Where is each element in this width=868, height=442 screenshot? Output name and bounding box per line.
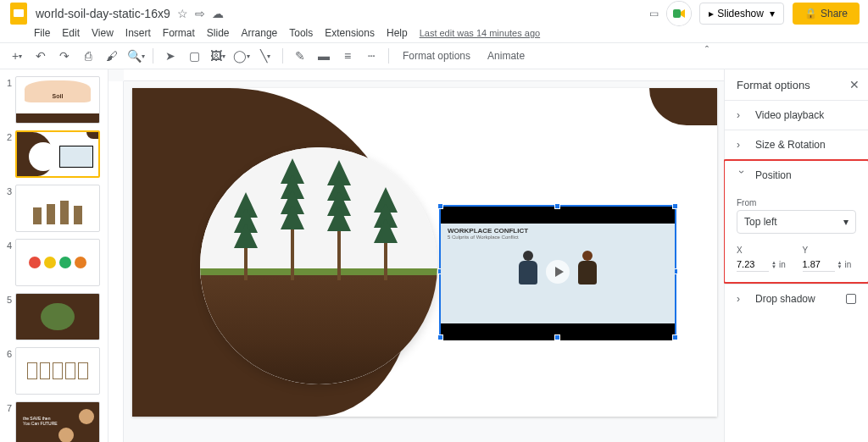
- undo-button[interactable]: ↶: [31, 46, 51, 66]
- slides-logo[interactable]: [8, 3, 29, 24]
- y-stepper[interactable]: ▲▼: [837, 261, 843, 269]
- image-tool[interactable]: 🖼▾: [208, 46, 228, 66]
- share-button[interactable]: 🔒 Share: [793, 3, 860, 25]
- chevron-right-icon: ›: [737, 109, 747, 121]
- zoom-button[interactable]: 🔍▾: [125, 46, 146, 66]
- ruler-vertical[interactable]: [108, 81, 124, 442]
- svg-rect-2: [673, 9, 681, 18]
- x-stepper[interactable]: ▲▼: [771, 261, 776, 269]
- chevron-right-icon: ›: [737, 293, 747, 305]
- select-tool[interactable]: ➤: [160, 46, 181, 66]
- from-dropdown[interactable]: Top left▾: [737, 210, 856, 234]
- redo-button[interactable]: ↷: [54, 46, 75, 66]
- crop-button[interactable]: ✎: [290, 46, 310, 66]
- position-section[interactable]: › Position: [725, 161, 868, 190]
- menu-file[interactable]: File: [34, 27, 50, 39]
- toolbar: +▾ ↶ ↷ ⎙ 🖌 🔍▾ ➤ ▢ 🖼▾ ◯▾ ╲▾ ✎ ▬ ≡ ┄ Forma…: [0, 42, 868, 69]
- thumb-number: 2: [3, 130, 12, 178]
- video-title: WORKPLACE CONFLICT: [441, 224, 528, 235]
- person-graphic: [511, 251, 545, 293]
- position-highlight: › Position From Top left▾ X ▲▼ in: [723, 159, 868, 284]
- slide-thumb-1[interactable]: Soil: [15, 76, 100, 124]
- y-input[interactable]: [803, 257, 835, 272]
- close-icon[interactable]: ✕: [849, 78, 860, 91]
- doc-title[interactable]: world-soil-day-static-16x9: [36, 7, 170, 20]
- border-color-button[interactable]: ▬: [314, 46, 334, 66]
- menu-slide[interactable]: Slide: [207, 27, 230, 39]
- panel-title: Format options: [737, 79, 810, 91]
- format-options-panel: Format options ✕ › Video playback › Size…: [724, 69, 868, 442]
- video-playback-section[interactable]: › Video playback: [725, 100, 868, 130]
- last-edit[interactable]: Last edit was 14 minutes ago: [420, 28, 540, 38]
- slide-thumb-7[interactable]: the SAVE thenYou Can FUTURE: [15, 401, 100, 442]
- y-label: Y: [803, 246, 857, 255]
- drop-shadow-section[interactable]: › Drop shadow: [725, 284, 868, 313]
- cloud-icon[interactable]: ☁: [212, 7, 224, 20]
- ruler-horizontal[interactable]: [124, 69, 724, 81]
- textbox-tool[interactable]: ▢: [184, 46, 204, 66]
- chevron-right-icon: ›: [737, 139, 747, 151]
- slide-canvas[interactable]: WORKPLACE CONFLICT 5 Culprits of Workpla…: [132, 88, 717, 417]
- menu-help[interactable]: Help: [387, 27, 408, 39]
- menu-insert[interactable]: Insert: [125, 27, 151, 39]
- person-graphic: [570, 251, 604, 293]
- thumb-number: 6: [3, 347, 12, 395]
- drop-shadow-checkbox[interactable]: [846, 294, 856, 304]
- thumb-number: 5: [3, 293, 12, 340]
- x-input[interactable]: [737, 257, 769, 272]
- menu-arrange[interactable]: Arrange: [242, 27, 278, 39]
- slide-thumb-5[interactable]: [15, 293, 100, 340]
- star-icon[interactable]: ☆: [177, 7, 188, 20]
- video-subtitle: 5 Culprits of Workplace Conflict: [441, 235, 519, 241]
- meet-button[interactable]: [667, 2, 691, 25]
- thumb-number: 4: [3, 239, 12, 286]
- slideshow-button[interactable]: ▸ Slideshow ▾: [699, 3, 784, 25]
- collapse-sidepanel-icon[interactable]: ˆ: [697, 41, 717, 61]
- play-icon[interactable]: [546, 260, 570, 284]
- slide-thumb-3[interactable]: [15, 185, 100, 232]
- menu-format[interactable]: Format: [163, 27, 195, 39]
- video-cards: [549, 301, 566, 323]
- paint-format-button[interactable]: 🖌: [102, 46, 122, 66]
- size-rotation-section[interactable]: › Size & Rotation: [725, 130, 868, 159]
- video-object[interactable]: WORKPLACE CONFLICT 5 Culprits of Workpla…: [439, 205, 676, 339]
- line-tool[interactable]: ╲▾: [255, 46, 275, 66]
- slide-thumb-4[interactable]: [15, 239, 100, 286]
- svg-rect-1: [14, 9, 24, 17]
- menu-tools[interactable]: Tools: [289, 27, 313, 39]
- unit-label: in: [844, 260, 851, 269]
- menu-edit[interactable]: Edit: [62, 27, 80, 39]
- thumb-number: 7: [3, 401, 12, 442]
- shape-tool[interactable]: ◯▾: [231, 46, 252, 66]
- menu-view[interactable]: View: [92, 27, 114, 39]
- new-slide-button[interactable]: +▾: [7, 46, 27, 66]
- chevron-down-icon: ›: [736, 170, 748, 180]
- comments-icon[interactable]: ▭: [649, 8, 659, 19]
- x-label: X: [737, 246, 791, 255]
- canvas-area[interactable]: WORKPLACE CONFLICT 5 Culprits of Workpla…: [108, 69, 724, 442]
- brown-corner-shape[interactable]: [649, 88, 717, 125]
- format-options-button[interactable]: Format options: [396, 50, 477, 62]
- from-label: From: [737, 198, 856, 207]
- chevron-down-icon: ▾: [843, 216, 849, 228]
- soil-circle-graphic[interactable]: [200, 147, 437, 384]
- slide-thumbnails: 1 Soil 2 3 4 5: [0, 69, 108, 442]
- menu-extensions[interactable]: Extensions: [325, 27, 375, 39]
- unit-label: in: [779, 260, 786, 269]
- animate-button[interactable]: Animate: [481, 50, 531, 62]
- border-weight-button[interactable]: ≡: [337, 46, 358, 66]
- thumb-number: 1: [3, 76, 12, 124]
- thumb-number: 3: [3, 185, 12, 232]
- slide-thumb-6[interactable]: [15, 347, 100, 395]
- print-button[interactable]: ⎙: [78, 46, 98, 66]
- move-icon[interactable]: ⇨: [195, 7, 205, 20]
- border-dash-button[interactable]: ┄: [361, 46, 381, 66]
- menubar: File Edit View Insert Format Slide Arran…: [0, 24, 868, 42]
- slide-thumb-2[interactable]: [15, 130, 100, 178]
